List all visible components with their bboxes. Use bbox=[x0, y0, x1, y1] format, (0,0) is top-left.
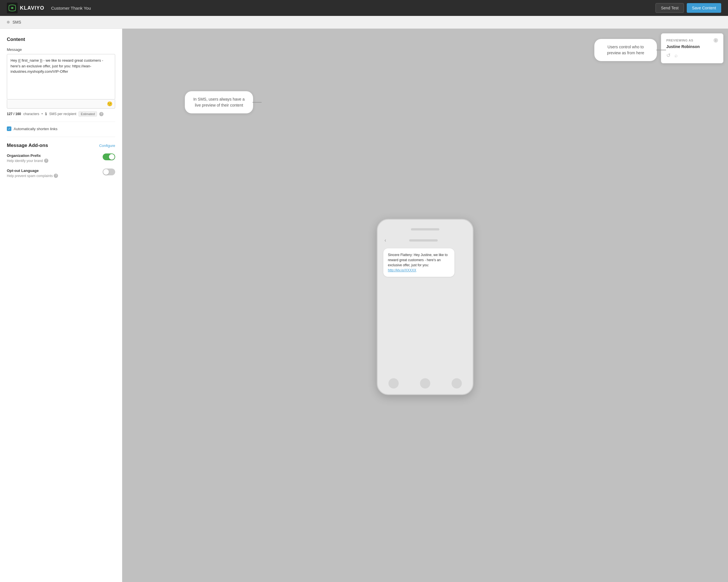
chat-area: Sincere Flattery: Hey Justine, we like t… bbox=[381, 246, 469, 372]
previewing-icons: ↺ ⌕ bbox=[666, 52, 718, 59]
phone-bottom-bar bbox=[378, 375, 473, 388]
klaviyo-logo-icon bbox=[7, 3, 18, 13]
toggle-knob bbox=[109, 154, 114, 160]
auto-shorten-checkbox[interactable] bbox=[7, 127, 11, 131]
previewing-name: Justine Robinson bbox=[666, 44, 718, 49]
char-count: 127 / 160 bbox=[7, 112, 21, 116]
previewing-label: PREVIEWING AS bbox=[666, 39, 693, 42]
phone-notch bbox=[411, 228, 439, 230]
org-prefix-info: Organization Prefix Help identify your b… bbox=[7, 154, 48, 163]
chat-bubble: Sincere Flattery: Hey Justine, we like t… bbox=[383, 248, 454, 277]
sms-status-dot bbox=[7, 21, 10, 24]
opt-out-name: Opt-out Language bbox=[7, 168, 58, 173]
chat-bubble-text: Sincere Flattery: Hey Justine, we like t… bbox=[388, 253, 448, 267]
previewing-panel: PREVIEWING AS i Justine Robinson ↺ ⌕ bbox=[661, 33, 724, 63]
page-title: Customer Thank You bbox=[51, 6, 91, 10]
message-textarea[interactable] bbox=[7, 54, 115, 100]
phone-screen: ‹ Sincere Flattery: Hey Justine, we like… bbox=[378, 235, 473, 375]
header: KLAVIYO Customer Thank You Send Test Sav… bbox=[0, 0, 728, 16]
sms-callout-text: In SMS, users always have a live preview… bbox=[193, 97, 245, 107]
opt-out-help-icon[interactable]: ? bbox=[54, 174, 58, 178]
auto-shorten-label: Automatically shorten links bbox=[14, 127, 57, 131]
opt-out-toggle[interactable] bbox=[103, 168, 115, 175]
opt-out-info: Opt-out Language Help prevent spam compl… bbox=[7, 168, 58, 178]
org-prefix-desc: Help identify your brand ? bbox=[7, 159, 48, 163]
sms-callout: In SMS, users always have a live preview… bbox=[185, 91, 253, 113]
preview-callout: Users control who to preview as from her… bbox=[594, 39, 657, 61]
opt-out-desc: Help prevent spam complaints ? bbox=[7, 174, 58, 178]
logo-text: KLAVIYO bbox=[20, 5, 44, 11]
back-arrow-icon[interactable]: ‹ bbox=[385, 237, 386, 243]
sms-label: SMS bbox=[12, 20, 21, 24]
separator: • bbox=[42, 112, 43, 116]
main-layout: Content Message 🙂 127 / 160 characters •… bbox=[0, 29, 728, 582]
auto-shorten-row: Automatically shorten links bbox=[7, 121, 115, 131]
configure-link[interactable]: Configure bbox=[99, 143, 115, 148]
divider bbox=[7, 137, 115, 137]
header-actions: Send Test Save Content bbox=[655, 3, 721, 13]
toggle-knob-off bbox=[103, 169, 109, 175]
sub-header: SMS bbox=[0, 16, 728, 29]
phone-recent-btn bbox=[451, 378, 462, 388]
content-section-title: Content bbox=[7, 37, 115, 43]
header-left: KLAVIYO Customer Thank You bbox=[7, 3, 91, 13]
right-panel: ‹ Sincere Flattery: Hey Justine, we like… bbox=[122, 29, 728, 582]
refresh-icon[interactable]: ↺ bbox=[666, 52, 671, 59]
klaviyo-logo: KLAVIYO bbox=[7, 3, 44, 13]
estimated-badge: Estimated bbox=[78, 111, 97, 116]
emoji-icon[interactable]: 🙂 bbox=[107, 101, 113, 107]
org-prefix-toggle-container bbox=[103, 154, 115, 160]
org-prefix-name: Organization Prefix bbox=[7, 154, 48, 158]
sms-count: 1 bbox=[45, 112, 47, 116]
phone-home-btn bbox=[388, 378, 399, 388]
previewing-info-icon[interactable]: i bbox=[713, 38, 718, 43]
left-panel: Content Message 🙂 127 / 160 characters •… bbox=[0, 29, 122, 582]
sms-label-count: SMS per recipient bbox=[49, 112, 76, 116]
message-field-label: Message bbox=[7, 48, 115, 52]
phone-back-btn bbox=[420, 378, 430, 388]
phone-mockup: ‹ Sincere Flattery: Hey Justine, we like… bbox=[377, 219, 473, 395]
chat-link[interactable]: http://klv.io/XXXXX bbox=[388, 268, 416, 272]
send-test-button[interactable]: Send Test bbox=[655, 3, 684, 13]
add-ons-header: Message Add-ons Configure bbox=[7, 143, 115, 148]
org-prefix-help-icon[interactable]: ? bbox=[44, 159, 48, 163]
phone-address-bar bbox=[409, 239, 438, 242]
add-ons-title: Message Add-ons bbox=[7, 143, 48, 148]
char-count-row: 127 / 160 characters • 1 SMS per recipie… bbox=[7, 111, 115, 116]
preview-callout-text: Users control who to preview as from her… bbox=[607, 45, 644, 55]
char-label: characters bbox=[23, 112, 39, 116]
opt-out-row: Opt-out Language Help prevent spam compl… bbox=[7, 168, 115, 178]
org-prefix-row: Organization Prefix Help identify your b… bbox=[7, 154, 115, 163]
search-icon[interactable]: ⌕ bbox=[675, 52, 678, 59]
phone-top-bar: ‹ bbox=[381, 237, 469, 246]
org-prefix-toggle[interactable] bbox=[103, 154, 115, 160]
estimated-help-icon[interactable]: ? bbox=[99, 112, 104, 116]
previewing-header: PREVIEWING AS i bbox=[666, 38, 718, 43]
emoji-toolbar: 🙂 bbox=[7, 100, 115, 109]
opt-out-toggle-container bbox=[103, 168, 115, 175]
save-content-button[interactable]: Save Content bbox=[687, 3, 721, 13]
